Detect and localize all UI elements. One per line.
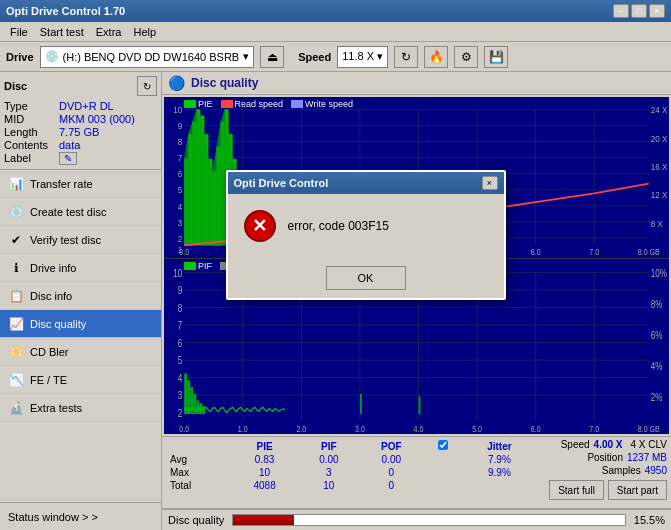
disc-label-label: Label xyxy=(4,152,59,164)
disc-length-value: 7.75 GB xyxy=(59,126,99,138)
settings-button[interactable]: ⚙ xyxy=(454,46,478,68)
samples-value: 4950 xyxy=(645,465,667,476)
col-pie: PIE xyxy=(231,439,298,453)
sidebar-item-disc-quality[interactable]: 📈 Disc quality xyxy=(0,310,161,338)
sidebar-item-extra-tests[interactable]: 🔬 Extra tests xyxy=(0,394,161,422)
position-value: 1237 MB xyxy=(627,452,667,463)
svg-text:4%: 4% xyxy=(651,359,663,371)
write-speed-color xyxy=(291,100,303,108)
svg-text:2.0: 2.0 xyxy=(296,422,306,433)
nav-items: 📊 Transfer rate 💿 Create test disc ✔ Ver… xyxy=(0,170,161,502)
svg-text:8 X: 8 X xyxy=(651,218,663,229)
start-full-button[interactable]: Start full xyxy=(549,480,604,500)
refresh-button[interactable]: ↻ xyxy=(394,46,418,68)
max-pof: 0 xyxy=(359,466,423,479)
svg-text:10: 10 xyxy=(173,104,182,115)
disc-quality-icon: 📈 xyxy=(8,316,24,332)
svg-rect-95 xyxy=(193,394,196,414)
disc-label-edit[interactable]: ✎ xyxy=(59,152,77,165)
status-window-button[interactable]: Status window > > xyxy=(0,502,161,530)
extra-tests-icon: 🔬 xyxy=(8,400,24,416)
svg-text:10: 10 xyxy=(173,266,182,278)
disc-contents-value: data xyxy=(59,139,80,151)
disc-refresh-button[interactable]: ↻ xyxy=(137,76,157,96)
disc-quality-header-icon: 🔵 xyxy=(168,75,185,91)
svg-text:6.0: 6.0 xyxy=(531,248,541,258)
svg-rect-96 xyxy=(196,400,199,413)
avg-check xyxy=(423,453,463,466)
maximize-button[interactable]: □ xyxy=(631,4,647,18)
write-speed-label: Write speed xyxy=(305,99,353,109)
ok-button[interactable]: OK xyxy=(326,266,406,290)
eject-button[interactable]: ⏏ xyxy=(260,46,284,68)
status-window-label: Status window > > xyxy=(8,511,98,523)
app-title: Opti Drive Control 1.70 xyxy=(6,5,125,17)
legend-pif: PIF xyxy=(184,261,212,271)
total-pie: 4088 xyxy=(231,479,298,492)
pie-label: PIE xyxy=(198,99,213,109)
menu-help[interactable]: Help xyxy=(127,24,162,40)
svg-text:8: 8 xyxy=(178,136,182,147)
error-icon: ✕ xyxy=(244,210,276,242)
sidebar-item-verify-test-disc[interactable]: ✔ Verify test disc xyxy=(0,226,161,254)
minimize-button[interactable]: − xyxy=(613,4,629,18)
disc-contents-label: Contents xyxy=(4,139,59,151)
svg-text:20 X: 20 X xyxy=(651,133,668,144)
svg-rect-97 xyxy=(199,403,202,414)
svg-text:8: 8 xyxy=(178,301,182,313)
drive-selector[interactable]: 💿 (H:) BENQ DVD DD DW1640 BSRB ▾ xyxy=(40,46,255,68)
svg-rect-99 xyxy=(360,394,362,414)
progress-bar-container xyxy=(232,514,626,526)
svg-text:7.0: 7.0 xyxy=(589,422,599,433)
dialog-close-button[interactable]: × xyxy=(482,176,498,190)
read-speed-label: Read speed xyxy=(235,99,284,109)
disc-type-label: Type xyxy=(4,100,59,112)
position-row: Position 1237 MB xyxy=(573,452,667,463)
total-pif: 10 xyxy=(298,479,359,492)
col-check xyxy=(423,439,463,453)
cd-bler-icon: 📀 xyxy=(8,344,24,360)
stats-table: PIE PIF POF Jitter Avg 0.83 xyxy=(166,439,536,492)
svg-rect-94 xyxy=(190,387,193,414)
start-part-button[interactable]: Start part xyxy=(608,480,667,500)
save-button[interactable]: 💾 xyxy=(484,46,508,68)
avg-pie: 0.83 xyxy=(231,453,298,466)
menu-extra[interactable]: Extra xyxy=(90,24,128,40)
pie-color xyxy=(184,100,196,108)
col-label xyxy=(166,439,231,453)
sidebar-item-drive-info[interactable]: ℹ Drive info xyxy=(0,254,161,282)
col-jitter: Jitter xyxy=(463,439,535,453)
drive-dropdown-icon: ▾ xyxy=(243,50,249,63)
speed-selector[interactable]: 11.8 X ▾ xyxy=(337,46,388,68)
menu-file[interactable]: File xyxy=(4,24,34,40)
pif-color xyxy=(184,262,196,270)
samples-row: Samples 4950 xyxy=(591,465,667,476)
svg-rect-93 xyxy=(187,380,190,414)
jitter-checkbox[interactable] xyxy=(438,440,448,450)
sidebar-item-label: Disc quality xyxy=(30,318,86,330)
dialog-body: ✕ error, code 003F15 xyxy=(228,194,504,258)
disc-info-icon: 📋 xyxy=(8,288,24,304)
sidebar-item-transfer-rate[interactable]: 📊 Transfer rate xyxy=(0,170,161,198)
svg-text:2: 2 xyxy=(178,233,182,244)
sidebar-item-fe-te[interactable]: 📉 FE / TE xyxy=(0,366,161,394)
sidebar-item-label: Create test disc xyxy=(30,206,106,218)
svg-rect-100 xyxy=(419,396,421,414)
close-button[interactable]: × xyxy=(649,4,665,18)
svg-text:16 X: 16 X xyxy=(651,161,668,172)
sidebar-item-create-test-disc[interactable]: 💿 Create test disc xyxy=(0,198,161,226)
avg-label: Avg xyxy=(166,453,231,466)
disc-length-row: Length 7.75 GB xyxy=(4,126,157,138)
menu-start-test[interactable]: Start test xyxy=(34,24,90,40)
speed-unit: 4 X CLV xyxy=(631,439,668,450)
svg-text:9: 9 xyxy=(178,284,182,296)
speed-row: Speed 4.00 X 4 X CLV xyxy=(540,439,667,450)
col-pif: PIF xyxy=(298,439,359,453)
svg-text:3.0: 3.0 xyxy=(355,422,365,433)
svg-text:6: 6 xyxy=(178,169,182,180)
sidebar-item-cd-bler[interactable]: 📀 CD Bler xyxy=(0,338,161,366)
content-title: Disc quality xyxy=(191,76,258,90)
burn-button[interactable]: 🔥 xyxy=(424,46,448,68)
col-pof: POF xyxy=(359,439,423,453)
sidebar-item-disc-info[interactable]: 📋 Disc info xyxy=(0,282,161,310)
